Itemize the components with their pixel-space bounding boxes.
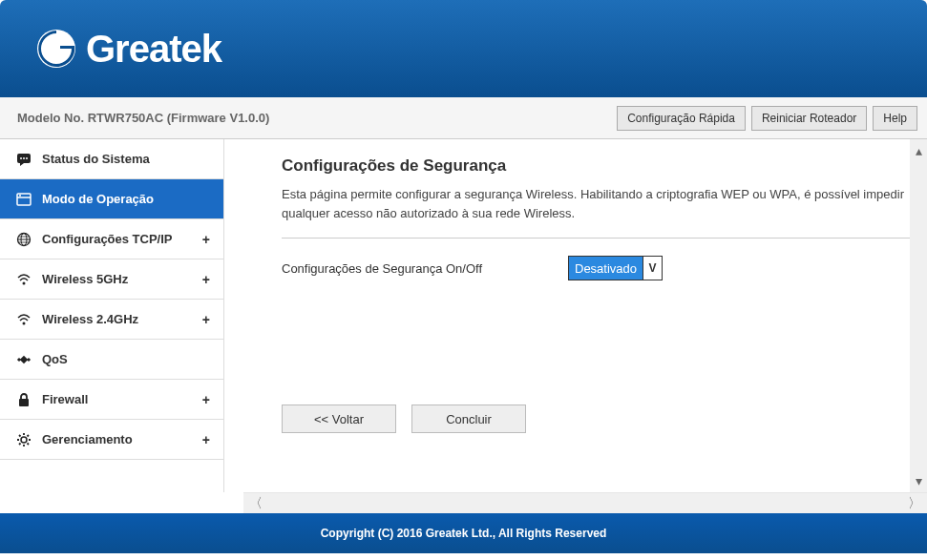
window-icon — [13, 192, 34, 207]
page-description: Esta página permite configurar a seguran… — [282, 185, 927, 222]
expand-icon: + — [202, 432, 210, 447]
top-buttons: Configuração Rápida Reiniciar Roteador H… — [617, 106, 917, 131]
chat-icon — [13, 152, 34, 167]
sidebar-item-tcpip[interactable]: Configurações TCP/IP + — [0, 219, 223, 259]
gear-icon — [13, 432, 34, 447]
svg-line-26 — [19, 443, 21, 445]
svg-rect-16 — [17, 357, 21, 361]
restart-router-button[interactable]: Reiniciar Roteador — [751, 106, 867, 131]
scroll-up-icon[interactable]: ▴ — [916, 143, 922, 158]
svg-line-24 — [19, 435, 21, 437]
svg-rect-18 — [19, 399, 29, 406]
horizontal-scrollbar[interactable]: 〈 〉 — [243, 492, 927, 513]
scroll-left-icon[interactable]: 〈 — [249, 495, 263, 512]
help-button[interactable]: Help — [873, 106, 917, 131]
sidebar-item-label: Modo de Operação — [42, 192, 154, 206]
sidebar-item-label: Firewall — [42, 392, 88, 406]
sidebar-item-label: QoS — [42, 352, 68, 366]
svg-line-25 — [28, 443, 30, 445]
logo-icon — [36, 29, 76, 69]
sidebar-item-wireless-24ghz[interactable]: Wireless 2.4GHz + — [0, 300, 223, 340]
content-scroll[interactable]: Configurações de Segurança Esta página p… — [224, 139, 927, 492]
sidebar-item-label: Wireless 2.4GHz — [42, 312, 138, 326]
expand-icon: + — [202, 392, 210, 407]
sidebar-item-status[interactable]: Status do Sistema — [0, 139, 223, 179]
svg-point-4 — [26, 157, 28, 159]
chevron-down-icon: V — [643, 257, 662, 280]
svg-point-14 — [23, 321, 26, 324]
expand-icon: + — [202, 312, 210, 327]
sidebar: Status do Sistema Modo de Operação Confi… — [0, 139, 224, 492]
wifi-icon — [13, 312, 34, 327]
expand-icon: + — [202, 272, 210, 287]
select-value: Desativado — [569, 257, 643, 280]
diamond-icon — [13, 352, 34, 367]
vertical-scrollbar[interactable]: ▴ ▾ — [910, 139, 927, 492]
svg-rect-7 — [19, 195, 21, 197]
copyright-text: Copyright (C) 2016 Greatek Ltd., All Rig… — [321, 527, 607, 540]
sidebar-item-label: Gerenciamento — [42, 432, 133, 446]
svg-point-2 — [20, 157, 22, 159]
divider — [282, 238, 927, 239]
sidebar-item-firewall[interactable]: Firewall + — [0, 380, 223, 420]
back-button[interactable]: << Voltar — [282, 404, 396, 433]
footer: Copyright (C) 2016 Greatek Ltd., All Rig… — [0, 513, 927, 553]
header: Greatek — [0, 0, 927, 97]
sidebar-item-wireless-5ghz[interactable]: Wireless 5GHz + — [0, 259, 223, 300]
scroll-down-icon[interactable]: ▾ — [916, 473, 922, 488]
sidebar-item-operation-mode[interactable]: Modo de Operação — [0, 179, 223, 219]
globe-icon — [13, 232, 34, 247]
brand-name: Greatek — [86, 28, 221, 71]
sidebar-item-label: Wireless 5GHz — [42, 272, 128, 286]
sidebar-item-label: Configurações TCP/IP — [42, 232, 173, 246]
quick-config-button[interactable]: Configuração Rápida — [617, 106, 746, 131]
sidebar-item-qos[interactable]: QoS — [0, 340, 223, 380]
page-title: Configurações de Segurança — [282, 156, 927, 176]
svg-line-27 — [28, 435, 30, 437]
lock-icon — [13, 392, 34, 407]
logo: Greatek — [36, 28, 221, 71]
expand-icon: + — [202, 232, 210, 247]
action-buttons: << Voltar Concluir — [282, 404, 927, 433]
security-toggle-row: Configurações de Segurança On/Off Desati… — [282, 256, 927, 280]
content-area: Configurações de Segurança Esta página p… — [224, 139, 927, 492]
main-area: Status do Sistema Modo de Operação Confi… — [0, 139, 927, 492]
security-toggle-label: Configurações de Segurança On/Off — [282, 261, 568, 276]
svg-point-19 — [21, 437, 27, 443]
sidebar-item-label: Status do Sistema — [42, 152, 150, 166]
model-info: Modelo No. RTWR750AC (Firmware V1.0.0) — [17, 111, 269, 125]
security-toggle-select[interactable]: Desativado V — [568, 256, 663, 280]
wifi-icon — [13, 272, 34, 287]
svg-point-3 — [23, 157, 25, 159]
info-bar: Modelo No. RTWR750AC (Firmware V1.0.0) C… — [0, 97, 927, 139]
svg-rect-17 — [27, 357, 31, 361]
sidebar-item-management[interactable]: Gerenciamento + — [0, 420, 223, 460]
svg-point-13 — [23, 281, 26, 284]
scroll-right-icon[interactable]: 〉 — [908, 495, 921, 512]
finish-button[interactable]: Concluir — [411, 404, 526, 433]
